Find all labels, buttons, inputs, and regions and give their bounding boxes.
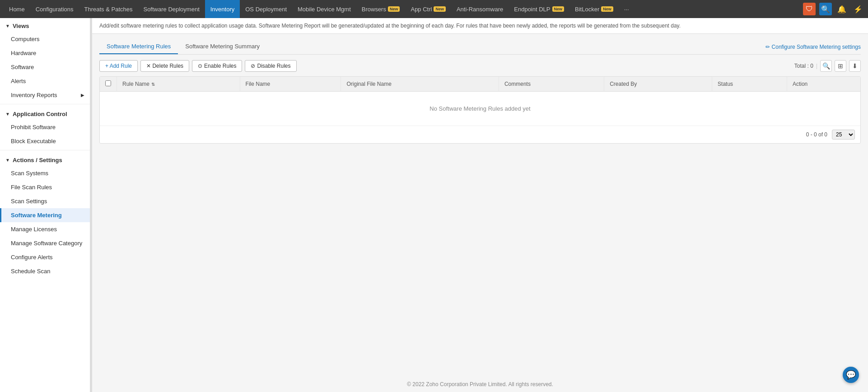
tab-software-metering-rules[interactable]: Software Metering Rules [99,39,178,54]
toolbar-right: Total : 0 | 🔍 ⊞ ⬇ [794,60,861,72]
nav-item-inventory[interactable]: Inventory [205,0,240,18]
views-chevron-icon: ▼ [5,23,10,28]
nav-item-mobile[interactable]: Mobile Device Mgmt [292,0,356,18]
top-nav-right: 🛡 🔍 🔔 ⚡ [803,3,864,15]
disable-rules-button[interactable]: ⊘ Disable Rules [245,60,296,72]
bell-icon[interactable]: 🔔 [835,3,848,15]
nav-item-more[interactable]: ··· [619,0,635,18]
download-icon[interactable]: ⬇ [849,60,861,72]
nav-item-os-deployment[interactable]: OS Deployment [240,0,292,18]
sidebar-item-software-metering[interactable]: Software Metering [0,208,90,222]
shield-icon[interactable]: 🛡 [803,3,816,15]
inventory-reports-chevron-icon: ▶ [81,93,84,98]
col-original-file-name: Original File Name [341,77,499,92]
nav-item-software-deployment[interactable]: Software Deployment [138,0,205,18]
col-created-by: Created By [604,77,712,92]
grid-view-icon[interactable]: ⊞ [835,60,846,72]
search-table-icon[interactable]: 🔍 [820,60,832,72]
nav-item-threats[interactable]: Threats & Patches [79,0,138,18]
col-action: Action [787,77,860,92]
disable-icon: ⊘ [251,63,255,69]
pencil-icon: ✏ [765,44,770,50]
sidebar-item-computers[interactable]: Computers [0,32,90,46]
nav-item-endpoint-dlp[interactable]: Endpoint DLP New [509,0,569,18]
sidebar-item-prohibit-software[interactable]: Prohibit Software [0,120,90,134]
sidebar-app-control-header[interactable]: ▼ Application Control [0,106,90,120]
sidebar-actions-header[interactable]: ▼ Actions / Settings [0,152,90,166]
sidebar-item-alerts[interactable]: Alerts [0,74,90,88]
sidebar-item-block-executable[interactable]: Block Executable [0,134,90,148]
main-content: Software Metering Rules Software Meterin… [92,34,868,377]
col-status: Status [712,77,787,92]
toolbar: + Add Rule ✕ Delete Rules ⊙ Enable Rules… [99,60,861,72]
col-rule-name: Rule Name ⇅ [117,77,240,92]
nav-item-app-ctrl[interactable]: App Ctrl New [405,0,451,18]
content-area: Add/edit software metering rules to coll… [92,18,868,392]
sidebar-item-manage-software-category[interactable]: Manage Software Category [0,236,90,250]
per-page-select[interactable]: 25 50 100 [832,130,855,140]
app-control-chevron-icon: ▼ [5,112,10,117]
actions-chevron-icon: ▼ [5,158,10,163]
main-layout: ▼ Views Computers Hardware Software Aler… [0,18,868,392]
pagination-bar: 0 - 0 of 0 25 50 100 [100,126,860,143]
sidebar-item-file-scan-rules[interactable]: File Scan Rules [0,180,90,194]
configure-metering-link[interactable]: ✏ Configure Software Metering settings [765,44,861,50]
sidebar-views-header[interactable]: ▼ Views [0,18,90,32]
sidebar-item-scan-settings[interactable]: Scan Settings [0,194,90,208]
nav-item-anti-ransomware[interactable]: Anti-Ransomware [451,0,509,18]
top-navigation: Home Configurations Threats & Patches So… [0,0,868,18]
enable-rules-button[interactable]: ⊙ Enable Rules [192,60,242,72]
sidebar-item-scan-systems[interactable]: Scan Systems [0,166,90,180]
tab-bar: Software Metering Rules Software Meterin… [99,39,861,55]
nav-item-configurations[interactable]: Configurations [30,0,79,18]
sort-icon[interactable]: ⇅ [151,82,155,87]
col-comments: Comments [499,77,604,92]
col-file-name: File Name [240,77,341,92]
search-icon[interactable]: 🔍 [819,3,832,15]
tab-list: Software Metering Rules Software Meterin… [99,39,267,54]
info-bar: Add/edit software metering rules to coll… [92,18,868,34]
sidebar-item-software[interactable]: Software [0,60,90,74]
enable-check-icon: ⊙ [198,63,202,69]
sidebar-item-hardware[interactable]: Hardware [0,46,90,60]
sidebar: ▼ Views Computers Hardware Software Aler… [0,18,90,392]
sidebar-item-manage-licenses[interactable]: Manage Licenses [0,222,90,236]
nav-item-home[interactable]: Home [4,0,30,18]
empty-message: No Software Metering Rules added yet [100,92,860,126]
nav-item-browsers[interactable]: Browsers New [356,0,406,18]
delete-rules-button[interactable]: ✕ Delete Rules [140,60,189,72]
chat-button[interactable]: 💬 [843,367,859,383]
rules-table: Rule Name ⇅ File Name Original File Name… [99,76,861,144]
tab-software-metering-summary[interactable]: Software Metering Summary [178,39,267,54]
nav-item-bitlocker[interactable]: BitLocker New [569,0,619,18]
sidebar-item-inventory-reports[interactable]: Inventory Reports ▶ [0,88,90,102]
bolt-icon[interactable]: ⚡ [852,3,864,15]
select-all-checkbox[interactable] [105,80,111,86]
sidebar-item-configure-alerts[interactable]: Configure Alerts [0,250,90,264]
add-rule-button[interactable]: + Add Rule [99,60,138,72]
sidebar-item-schedule-scan[interactable]: Schedule Scan [0,264,90,278]
footer: © 2022 Zoho Corporation Private Limited.… [92,377,868,392]
